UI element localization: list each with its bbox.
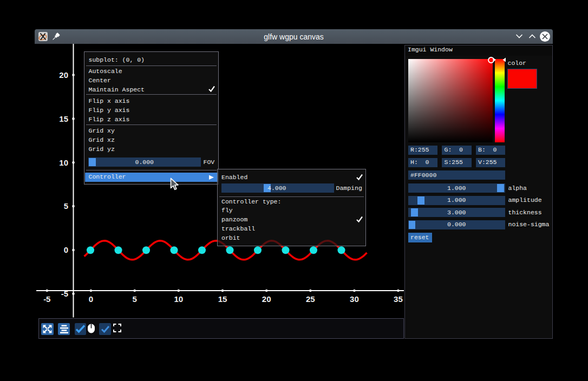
svg-text:20: 20 [59, 70, 68, 80]
svg-text:30: 30 [350, 294, 359, 304]
svg-text:20: 20 [262, 294, 271, 304]
svg-text:15: 15 [59, 114, 68, 123]
svg-text:-5: -5 [61, 289, 68, 298]
svg-text:5: 5 [133, 294, 137, 304]
svg-text:0: 0 [89, 294, 93, 304]
svg-text:-5: -5 [43, 294, 50, 304]
svg-text:0: 0 [64, 245, 68, 254]
svg-text:15: 15 [218, 294, 227, 304]
svg-text:35: 35 [394, 294, 403, 304]
svg-text:10: 10 [174, 294, 183, 304]
svg-text:10: 10 [59, 158, 68, 167]
svg-text:25: 25 [306, 294, 315, 304]
svg-text:5: 5 [64, 201, 68, 211]
